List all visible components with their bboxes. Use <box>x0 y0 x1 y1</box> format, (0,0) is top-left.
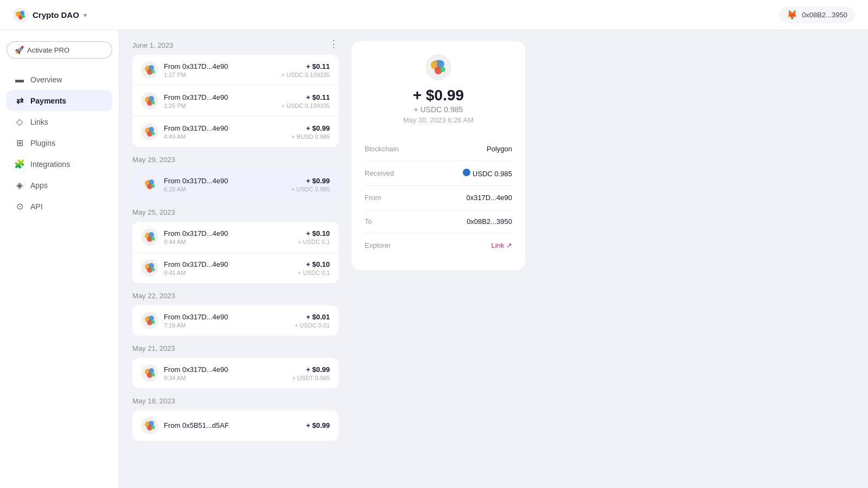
detail-header: + $0.99 + USDC 0.985 May 30, 2023 6:26 A… <box>365 54 512 124</box>
wallet-address: 0x08B2...3950 <box>802 11 847 19</box>
detail-row-value: USDC 0.985 <box>463 169 512 178</box>
payment-token: + USDT 0.985 <box>292 375 330 381</box>
payment-row[interactable]: From 0x317D...4e906:26 AM+ $0.99+ USDC 0… <box>132 169 339 200</box>
wallet-address-badge[interactable]: 🦊 0x08B2...3950 <box>779 7 855 23</box>
links-nav-icon: ◇ <box>14 117 25 127</box>
payment-info: From 0x317D...4e906:26 AM <box>164 177 291 192</box>
wallet-icon: 🦊 <box>787 10 797 20</box>
payment-avatar <box>141 364 158 382</box>
payment-usd: + $0.99 <box>291 177 330 185</box>
detail-row-blockchain: BlockchainPolygon <box>365 137 512 161</box>
detail-row-value: 0x08B2...3950 <box>467 217 512 226</box>
detail-row-value[interactable]: Link ↗ <box>492 241 512 249</box>
payment-amount: + $0.99 <box>306 421 330 431</box>
payment-amount: + $0.99+ USDC 0.985 <box>291 177 330 192</box>
detail-row-key: To <box>365 217 372 226</box>
sidebar-item-overview[interactable]: ▬Overview <box>7 69 112 90</box>
payment-row[interactable]: From 0x317D...4e907:18 AM+ $0.01+ USDC 0… <box>132 305 339 336</box>
detail-row-key: Received <box>365 169 394 177</box>
svg-point-44 <box>151 373 155 377</box>
payment-row[interactable]: From 0x317D...4e904:49 AM+ $0.99+ BUSD 0… <box>132 117 339 147</box>
payment-row[interactable]: From 0x317D...4e901:27 PM+ $0.11+ USDC 0… <box>132 55 339 86</box>
payment-from: From 0x317D...4e90 <box>164 177 291 185</box>
payment-amount: + $0.11+ USDC 0.109335 <box>281 93 330 109</box>
app-title[interactable]: Crypto DAO <box>33 10 79 20</box>
payment-amount: + $0.01+ USDC 0.01 <box>295 313 330 329</box>
payment-token: + USDC 0.985 <box>291 186 330 192</box>
payment-date-label: May 22, 2023 <box>132 292 339 300</box>
payment-group: From 0x317D...4e909:34 AM+ $0.99+ USDT 0… <box>132 358 339 388</box>
svg-point-34 <box>151 268 155 272</box>
detail-logo <box>425 54 451 80</box>
overview-nav-label: Overview <box>30 75 62 84</box>
payment-from: From 0x317D...4e90 <box>164 62 281 70</box>
more-options-button[interactable]: ⋮ <box>329 39 339 49</box>
payment-from: From 0x5B51...d5AF <box>164 421 306 429</box>
app-logo <box>13 8 28 23</box>
payment-token: + USDC 0.01 <box>295 322 330 329</box>
payment-usd: + $0.99 <box>292 365 330 374</box>
payments-list: ⋮ June 1, 2023From 0x317D...4e901:27 PM+… <box>132 41 339 477</box>
payment-avatar <box>141 228 158 246</box>
sidebar-item-integrations[interactable]: 🧩Integrations <box>7 153 112 175</box>
payment-info: From 0x317D...4e904:49 AM <box>164 124 291 140</box>
svg-point-4 <box>22 15 25 18</box>
svg-point-14 <box>151 101 155 105</box>
payment-amount: + $0.99+ USDT 0.985 <box>292 365 330 381</box>
usdc-icon <box>463 169 470 176</box>
svg-point-19 <box>151 132 155 136</box>
detail-row-key: From <box>365 194 381 202</box>
svg-point-24 <box>151 184 155 188</box>
payment-date-label: May 18, 2023 <box>132 397 339 405</box>
svg-point-2 <box>20 11 24 15</box>
payment-avatar <box>141 176 158 193</box>
payments-nav-icon: ⇄ <box>14 95 25 106</box>
payment-time: 9:44 AM <box>164 239 298 245</box>
rocket-icon: 🚀 <box>15 46 24 54</box>
payment-token: + USDC 0.109335 <box>281 102 330 109</box>
sidebar-item-apps[interactable]: ◈Apps <box>7 175 112 196</box>
svg-point-39 <box>151 320 155 324</box>
payment-avatar <box>141 61 158 79</box>
payment-time: 1:27 PM <box>164 72 281 78</box>
payment-row[interactable]: From 0x317D...4e909:41 AM+ $0.10+ USDC 0… <box>132 253 339 283</box>
payment-from: From 0x317D...4e90 <box>164 229 298 237</box>
api-nav-icon: ⊙ <box>14 201 25 211</box>
detail-date: May 30, 2023 6:26 AM <box>365 116 512 124</box>
payment-avatar <box>141 92 158 110</box>
payment-info: From 0x317D...4e901:27 PM <box>164 62 281 78</box>
links-nav-label: Links <box>30 118 48 126</box>
sidebar-item-api[interactable]: ⊙API <box>7 196 112 217</box>
payment-row[interactable]: From 0x317D...4e909:44 AM+ $0.10+ USDC 0… <box>132 222 339 253</box>
detail-row-to: To0x08B2...3950 <box>365 210 512 234</box>
payments-nav-label: Payments <box>30 97 66 105</box>
payment-row[interactable]: From 0x317D...4e909:34 AM+ $0.99+ USDT 0… <box>132 358 339 388</box>
payment-row[interactable]: From 0x5B51...d5AF+ $0.99 <box>132 410 339 441</box>
payment-time: 7:18 AM <box>164 322 295 329</box>
payment-info: From 0x317D...4e901:25 PM <box>164 93 281 109</box>
activate-pro-button[interactable]: 🚀 Activate PRO <box>7 41 112 59</box>
payment-avatar <box>141 259 158 277</box>
svg-point-9 <box>151 70 155 74</box>
payment-row[interactable]: From 0x317D...4e901:25 PM+ $0.11+ USDC 0… <box>132 86 339 117</box>
payment-from: From 0x317D...4e90 <box>164 124 291 132</box>
main-layout: 🚀 Activate PRO ▬Overview⇄Payments◇Links⊞… <box>0 30 868 488</box>
payment-usd: + $0.99 <box>291 124 330 132</box>
payment-amount: + $0.11+ USDC 0.109335 <box>281 62 330 78</box>
detail-token: + USDC 0.985 <box>365 105 512 114</box>
integrations-nav-icon: 🧩 <box>14 159 25 169</box>
payment-token: + USDC 0.1 <box>298 269 330 276</box>
detail-panel: + $0.99 + USDC 0.985 May 30, 2023 6:26 A… <box>352 41 525 270</box>
api-nav-label: API <box>30 202 43 211</box>
overview-nav-icon: ▬ <box>14 75 25 85</box>
detail-row-explorer[interactable]: ExplorerLink ↗ <box>365 234 512 257</box>
sidebar-item-links[interactable]: ◇Links <box>7 111 112 132</box>
payment-info: From 0x5B51...d5AF <box>164 421 306 431</box>
payment-usd: + $0.01 <box>295 313 330 321</box>
app-title-chevron[interactable]: ▾ <box>84 11 87 19</box>
sidebar: 🚀 Activate PRO ▬Overview⇄Payments◇Links⊞… <box>0 30 119 488</box>
sidebar-item-payments[interactable]: ⇄Payments <box>7 90 112 111</box>
payment-info: From 0x317D...4e909:44 AM <box>164 229 298 245</box>
sidebar-item-plugins[interactable]: ⊞Plugins <box>7 132 112 153</box>
svg-point-54 <box>440 67 445 72</box>
